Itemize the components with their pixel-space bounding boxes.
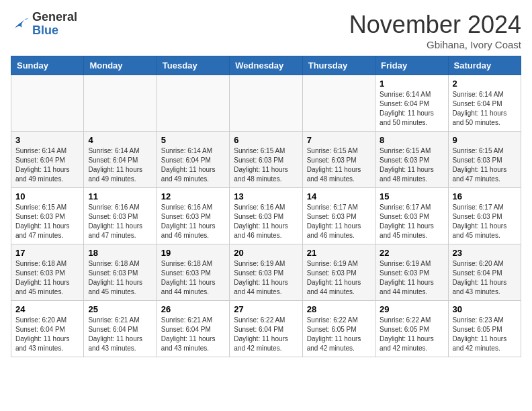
day-number: 23 xyxy=(453,248,517,258)
calendar-cell: 19Sunrise: 6:18 AMSunset: 6:03 PMDayligh… xyxy=(157,244,229,301)
calendar-table: SundayMondayTuesdayWednesdayThursdayFrid… xyxy=(11,56,521,357)
day-number: 8 xyxy=(380,135,443,145)
calendar-cell: 10Sunrise: 6:15 AMSunset: 6:03 PMDayligh… xyxy=(11,188,84,244)
day-number: 22 xyxy=(380,248,443,258)
day-info: Sunrise: 6:15 AMSunset: 6:03 PMDaylight:… xyxy=(380,146,443,184)
calendar-cell: 13Sunrise: 6:16 AMSunset: 6:03 PMDayligh… xyxy=(230,188,302,244)
day-number: 16 xyxy=(453,191,517,201)
day-number: 2 xyxy=(453,79,517,89)
day-info: Sunrise: 6:14 AMSunset: 6:04 PMDaylight:… xyxy=(161,146,225,184)
calendar-cell: 8Sunrise: 6:15 AMSunset: 6:03 PMDaylight… xyxy=(375,132,448,188)
day-number: 21 xyxy=(307,248,371,258)
day-info: Sunrise: 6:18 AMSunset: 6:03 PMDaylight:… xyxy=(161,259,225,297)
weekday-header-sunday: Sunday xyxy=(11,56,84,75)
calendar-cell: 24Sunrise: 6:20 AMSunset: 6:04 PMDayligh… xyxy=(11,301,84,357)
calendar-cell: 16Sunrise: 6:17 AMSunset: 6:03 PMDayligh… xyxy=(448,188,521,244)
calendar-cell: 25Sunrise: 6:21 AMSunset: 6:04 PMDayligh… xyxy=(84,301,157,357)
day-number: 11 xyxy=(88,191,152,201)
day-number: 6 xyxy=(234,135,298,145)
calendar-cell: 6Sunrise: 6:15 AMSunset: 6:03 PMDaylight… xyxy=(230,132,302,188)
day-info: Sunrise: 6:14 AMSunset: 6:04 PMDaylight:… xyxy=(380,90,443,128)
day-info: Sunrise: 6:16 AMSunset: 6:03 PMDaylight:… xyxy=(88,203,152,240)
calendar-cell: 29Sunrise: 6:22 AMSunset: 6:05 PMDayligh… xyxy=(375,301,448,357)
day-number: 18 xyxy=(88,248,152,258)
day-number: 19 xyxy=(161,248,225,258)
calendar-cell: 28Sunrise: 6:22 AMSunset: 6:05 PMDayligh… xyxy=(302,301,375,357)
day-info: Sunrise: 6:19 AMSunset: 6:03 PMDaylight:… xyxy=(307,259,371,297)
day-info: Sunrise: 6:20 AMSunset: 6:04 PMDaylight:… xyxy=(453,259,517,297)
day-info: Sunrise: 6:17 AMSunset: 6:03 PMDaylight:… xyxy=(380,203,443,240)
day-number: 26 xyxy=(161,304,225,314)
weekday-header-thursday: Thursday xyxy=(302,56,375,75)
calendar-cell: 15Sunrise: 6:17 AMSunset: 6:03 PMDayligh… xyxy=(375,188,448,244)
weekday-header-row: SundayMondayTuesdayWednesdayThursdayFrid… xyxy=(11,56,521,75)
day-info: Sunrise: 6:17 AMSunset: 6:03 PMDaylight:… xyxy=(453,203,517,240)
calendar-cell: 1Sunrise: 6:14 AMSunset: 6:04 PMDaylight… xyxy=(375,75,448,132)
day-info: Sunrise: 6:15 AMSunset: 6:03 PMDaylight:… xyxy=(234,146,298,184)
day-number: 29 xyxy=(380,304,443,314)
calendar-cell: 4Sunrise: 6:14 AMSunset: 6:04 PMDaylight… xyxy=(84,132,157,188)
weekday-header-friday: Friday xyxy=(375,56,448,75)
weekday-header-monday: Monday xyxy=(84,56,157,75)
day-number: 12 xyxy=(161,191,225,201)
calendar-week-4: 17Sunrise: 6:18 AMSunset: 6:03 PMDayligh… xyxy=(11,244,521,301)
calendar-cell: 12Sunrise: 6:16 AMSunset: 6:03 PMDayligh… xyxy=(157,188,229,244)
day-info: Sunrise: 6:19 AMSunset: 6:03 PMDaylight:… xyxy=(380,259,443,297)
day-number: 15 xyxy=(380,191,443,201)
day-info: Sunrise: 6:15 AMSunset: 6:03 PMDaylight:… xyxy=(15,203,79,240)
title-block: November 2024 Gbihana, Ivory Coast xyxy=(349,11,521,50)
logo-text: General Blue xyxy=(32,11,77,38)
page-header: General Blue November 2024 Gbihana, Ivor… xyxy=(11,11,521,50)
weekday-header-tuesday: Tuesday xyxy=(157,56,229,75)
weekday-header-saturday: Saturday xyxy=(448,56,521,75)
calendar-cell: 22Sunrise: 6:19 AMSunset: 6:03 PMDayligh… xyxy=(375,244,448,301)
calendar-cell: 2Sunrise: 6:14 AMSunset: 6:04 PMDaylight… xyxy=(448,75,521,132)
calendar-cell xyxy=(302,75,375,132)
calendar-cell: 3Sunrise: 6:14 AMSunset: 6:04 PMDaylight… xyxy=(11,132,84,188)
location-subtitle: Gbihana, Ivory Coast xyxy=(349,39,521,50)
weekday-header-wednesday: Wednesday xyxy=(230,56,302,75)
day-info: Sunrise: 6:18 AMSunset: 6:03 PMDaylight:… xyxy=(88,259,152,297)
calendar-cell: 7Sunrise: 6:15 AMSunset: 6:03 PMDaylight… xyxy=(302,132,375,188)
logo-bird-icon xyxy=(11,15,30,34)
calendar-cell: 23Sunrise: 6:20 AMSunset: 6:04 PMDayligh… xyxy=(448,244,521,301)
calendar-cell xyxy=(11,75,84,132)
day-number: 20 xyxy=(234,248,298,258)
day-number: 27 xyxy=(234,304,298,314)
calendar-cell xyxy=(230,75,302,132)
day-info: Sunrise: 6:23 AMSunset: 6:05 PMDaylight:… xyxy=(453,316,517,353)
day-info: Sunrise: 6:21 AMSunset: 6:04 PMDaylight:… xyxy=(88,316,152,353)
day-info: Sunrise: 6:20 AMSunset: 6:04 PMDaylight:… xyxy=(15,316,79,353)
day-info: Sunrise: 6:15 AMSunset: 6:03 PMDaylight:… xyxy=(307,146,371,184)
calendar-cell: 27Sunrise: 6:22 AMSunset: 6:04 PMDayligh… xyxy=(230,301,302,357)
calendar-cell: 5Sunrise: 6:14 AMSunset: 6:04 PMDaylight… xyxy=(157,132,229,188)
day-number: 24 xyxy=(15,304,79,314)
calendar-week-2: 3Sunrise: 6:14 AMSunset: 6:04 PMDaylight… xyxy=(11,132,521,188)
day-number: 5 xyxy=(161,135,225,145)
day-info: Sunrise: 6:14 AMSunset: 6:04 PMDaylight:… xyxy=(88,146,152,184)
day-info: Sunrise: 6:21 AMSunset: 6:04 PMDaylight:… xyxy=(161,316,225,353)
day-info: Sunrise: 6:16 AMSunset: 6:03 PMDaylight:… xyxy=(234,203,298,240)
calendar-cell xyxy=(157,75,229,132)
calendar-cell: 20Sunrise: 6:19 AMSunset: 6:03 PMDayligh… xyxy=(230,244,302,301)
day-info: Sunrise: 6:22 AMSunset: 6:05 PMDaylight:… xyxy=(307,316,371,353)
calendar-cell: 14Sunrise: 6:17 AMSunset: 6:03 PMDayligh… xyxy=(302,188,375,244)
day-info: Sunrise: 6:19 AMSunset: 6:03 PMDaylight:… xyxy=(234,259,298,297)
day-info: Sunrise: 6:18 AMSunset: 6:03 PMDaylight:… xyxy=(15,259,79,297)
day-info: Sunrise: 6:22 AMSunset: 6:05 PMDaylight:… xyxy=(380,316,443,353)
calendar-cell: 17Sunrise: 6:18 AMSunset: 6:03 PMDayligh… xyxy=(11,244,84,301)
calendar-cell: 30Sunrise: 6:23 AMSunset: 6:05 PMDayligh… xyxy=(448,301,521,357)
day-number: 28 xyxy=(307,304,371,314)
calendar-cell: 9Sunrise: 6:15 AMSunset: 6:03 PMDaylight… xyxy=(448,132,521,188)
day-info: Sunrise: 6:14 AMSunset: 6:04 PMDaylight:… xyxy=(15,146,79,184)
day-info: Sunrise: 6:22 AMSunset: 6:04 PMDaylight:… xyxy=(234,316,298,353)
calendar-cell: 18Sunrise: 6:18 AMSunset: 6:03 PMDayligh… xyxy=(84,244,157,301)
calendar-cell: 26Sunrise: 6:21 AMSunset: 6:04 PMDayligh… xyxy=(157,301,229,357)
day-info: Sunrise: 6:15 AMSunset: 6:03 PMDaylight:… xyxy=(453,146,517,184)
day-info: Sunrise: 6:17 AMSunset: 6:03 PMDaylight:… xyxy=(307,203,371,240)
day-number: 14 xyxy=(307,191,371,201)
day-number: 1 xyxy=(380,79,443,89)
calendar-cell: 21Sunrise: 6:19 AMSunset: 6:03 PMDayligh… xyxy=(302,244,375,301)
day-info: Sunrise: 6:14 AMSunset: 6:04 PMDaylight:… xyxy=(453,90,517,128)
day-number: 13 xyxy=(234,191,298,201)
